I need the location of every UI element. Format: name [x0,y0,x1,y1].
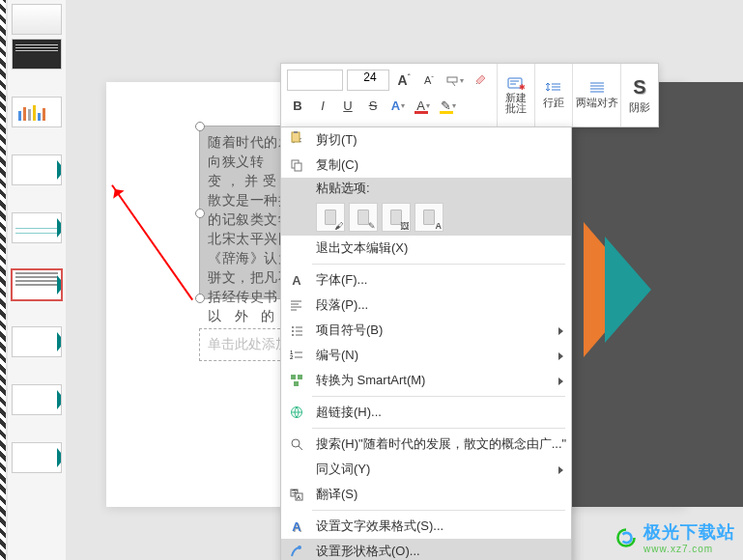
smartart-icon [289,373,304,388]
menu-exit-text-edit[interactable]: 退出文本编辑(X) [281,236,571,261]
text-effects-icon: A [289,518,304,534]
slide-thumbnail-panel [8,0,66,560]
menu-hyperlink[interactable]: 超链接(H)... [281,400,571,425]
svg-point-22 [292,330,294,332]
submenu-arrow-icon [558,352,563,360]
paste-merge-format-button[interactable]: ✎ [349,203,378,232]
slide-thumbnail-current[interactable] [11,268,63,301]
search-icon [289,436,304,452]
paste-icon [289,130,302,147]
svg-point-35 [292,439,300,447]
menu-text-effects[interactable]: A 设置文字效果格式(S)... [281,514,571,539]
menu-separator [312,510,565,511]
copy-icon [289,157,304,173]
svg-line-36 [299,446,302,450]
menu-paste-options-label: 粘贴选项: [281,178,571,199]
watermark: 极光下载站 www.xz7.com [614,520,735,554]
submenu-arrow-icon [558,466,563,474]
resize-handle[interactable] [195,122,205,131]
svg-text:2: 2 [290,354,294,360]
slide-thumbnail[interactable] [12,39,62,70]
strikethrough-button[interactable]: S [362,96,384,115]
bold-button[interactable]: B [287,96,308,115]
menu-separator [312,396,565,397]
menu-numbering[interactable]: 12 编号(N) [281,343,571,368]
slide-thumbnail[interactable] [12,154,62,185]
mini-toolbar: 24 Aˆ Aˇ ▾ B I U S A▾ A▾ ✎▾ [280,63,659,127]
translate-icon: 字A [289,487,304,502]
svg-point-21 [292,326,294,328]
paragraph-icon [289,297,304,313]
justify-button[interactable]: 两端对齐 [573,64,621,126]
menu-separator [312,264,565,265]
svg-text:✱: ✱ [519,83,525,91]
mini-toolbar-main: 24 Aˆ Aˇ ▾ B I U S A▾ A▾ ✎▾ [281,64,498,126]
svg-text:A: A [297,494,300,500]
menu-copy[interactable]: 复制(C) [281,153,571,178]
context-menu: ✂ 剪切(T) 复制(C) 粘贴选项: 🖌 ✎ 🖼 A 退出文本编辑(X) A … [280,126,572,560]
numbering-icon: 12 [289,348,304,363]
menu-paragraph[interactable]: 段落(P)... [281,293,571,318]
svg-rect-14 [295,163,301,171]
menu-translate[interactable]: 字A 翻译(S) [281,482,571,507]
watermark-icon [614,526,638,549]
submenu-arrow-icon [558,378,563,385]
new-comment-button[interactable]: ✱ 新建 批注 [498,64,535,126]
slide-chevron-decoration [605,237,651,343]
submenu-arrow-icon [558,327,563,335]
svg-rect-0 [447,77,457,82]
menu-search[interactable]: 搜索(H)"随着时代的发展，散文的概念由广..." [281,432,571,457]
slide-thumbnail[interactable] [12,212,62,243]
slide-thumbnail[interactable] [12,4,62,35]
link-icon [289,405,304,420]
resize-handle[interactable] [195,294,205,303]
decrease-font-button[interactable]: Aˇ [418,70,440,90]
text-effect-button[interactable]: A▾ [387,96,409,115]
menu-convert-smartart[interactable]: 转换为 SmartArt(M) [281,368,571,393]
slide-thumbnail[interactable] [12,442,62,473]
font-family-select[interactable] [287,70,343,91]
svg-line-1 [452,82,455,86]
svg-rect-16 [294,131,298,133]
format-painter-button[interactable]: ▾ [443,70,466,90]
bullets-icon [289,322,304,338]
font-size-select[interactable]: 24 [347,70,389,91]
menu-font[interactable]: A 字体(F)... [281,267,571,293]
slide-thumbnail[interactable] [12,384,62,415]
svg-rect-15 [292,132,300,142]
font-icon: A [289,272,304,288]
svg-rect-32 [298,375,302,379]
shadow-button[interactable]: S 阴影 [621,64,658,126]
menu-synonym[interactable]: 同义词(Y) [281,457,571,482]
clear-format-button[interactable] [470,70,491,90]
highlight-button[interactable]: ✎▾ [438,96,459,115]
menu-shape-format[interactable]: 设置形状格式(O)... [281,539,571,560]
menu-cut[interactable]: ✂ 剪切(T) [281,127,571,153]
slide-thumbnail[interactable] [12,326,62,357]
font-color-button[interactable]: A▾ [413,96,434,115]
menu-bullets[interactable]: 项目符号(B) [281,318,571,343]
paste-options-row: 🖌 ✎ 🖼 A [281,199,571,236]
slide-thumbnail[interactable] [12,97,62,127]
watermark-text: 极光下载站 www.xz7.com [643,520,735,554]
menu-separator [312,428,565,429]
underline-button[interactable]: U [337,96,358,115]
shape-format-icon [289,544,304,559]
paste-keep-source-button[interactable]: 🖌 [316,203,345,232]
paste-picture-button[interactable]: 🖼 [382,203,411,232]
left-edge-strip [0,0,6,560]
increase-font-button[interactable]: Aˆ [393,70,414,90]
resize-handle[interactable] [195,209,205,218]
svg-rect-31 [291,375,296,379]
line-spacing-button[interactable]: 行距 [535,64,573,126]
italic-button[interactable]: I [312,96,333,115]
paste-text-only-button[interactable]: A [414,203,443,232]
svg-point-41 [298,546,301,549]
svg-point-23 [292,334,294,336]
svg-rect-33 [294,381,299,386]
